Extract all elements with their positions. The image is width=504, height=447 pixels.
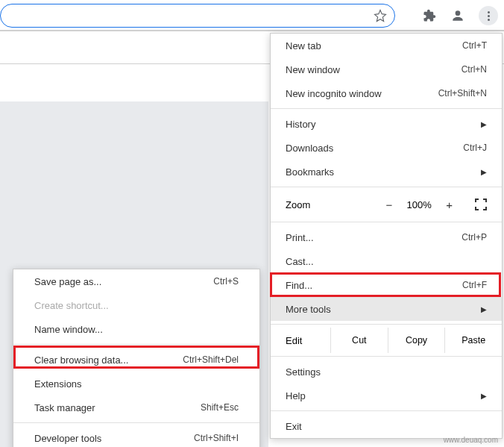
menu-separator — [13, 344, 259, 345]
submenu-shortcut: Shift+Esc — [201, 402, 239, 413]
menu-separator — [271, 108, 502, 109]
submenu-create-shortcut: Create shortcut... — [13, 293, 259, 317]
cut-button[interactable]: Cut — [330, 328, 388, 353]
chevron-right-icon: ▶ — [481, 305, 487, 313]
submenu-clear-browsing-data[interactable]: Clear browsing data... Ctrl+Shift+Del — [13, 348, 259, 372]
submenu-label: Name window... — [34, 324, 239, 335]
menu-label: Print... — [286, 232, 462, 243]
submenu-label: Create shortcut... — [34, 300, 239, 311]
menu-help[interactable]: Help ▶ — [271, 384, 502, 407]
submenu-name-window[interactable]: Name window... — [13, 317, 259, 341]
submenu-label: Extensions — [34, 378, 239, 390]
submenu-label: Clear browsing data... — [34, 354, 183, 366]
menu-cast[interactable]: Cast... — [271, 249, 502, 273]
menu-label: Help — [286, 390, 481, 401]
zoom-percent: 100% — [406, 199, 432, 210]
menu-label: New incognito window — [286, 88, 438, 99]
menu-label: New window — [286, 64, 462, 75]
paste-button[interactable]: Paste — [444, 328, 502, 353]
menu-exit[interactable]: Exit — [271, 414, 502, 438]
submenu-label: Task manager — [34, 402, 201, 413]
menu-label: Settings — [286, 366, 487, 378]
submenu-shortcut: Ctrl+Shift+I — [194, 433, 239, 443]
fullscreen-icon[interactable] — [475, 199, 487, 210]
submenu-save-page[interactable]: Save page as... Ctrl+S — [13, 269, 259, 293]
menu-zoom: Zoom − 100% + — [271, 190, 502, 219]
menu-label: Bookmarks — [286, 166, 481, 178]
chevron-right-icon: ▶ — [481, 392, 487, 400]
submenu-label: Developer tools — [34, 433, 194, 444]
submenu-developer-tools[interactable]: Developer tools Ctrl+Shift+I — [13, 426, 259, 447]
menu-find[interactable]: Find... Ctrl+F — [271, 273, 502, 297]
edit-label: Edit — [286, 335, 330, 346]
menu-downloads[interactable]: Downloads Ctrl+J — [271, 136, 502, 160]
menu-shortcut: Ctrl+J — [463, 143, 487, 153]
watermark: www.deuaq.com — [444, 436, 498, 444]
menu-shortcut: Ctrl+N — [462, 64, 487, 75]
chevron-right-icon: ▶ — [481, 120, 487, 128]
copy-button[interactable]: Copy — [388, 328, 445, 353]
submenu-shortcut: Ctrl+S — [213, 276, 239, 287]
zoom-in-button[interactable]: + — [446, 199, 453, 211]
menu-separator — [271, 187, 502, 187]
menu-label: Exit — [286, 421, 487, 432]
menu-new-incognito[interactable]: New incognito window Ctrl+Shift+N — [271, 81, 502, 105]
menu-separator — [271, 410, 502, 411]
menu-shortcut: Ctrl+Shift+N — [438, 88, 487, 99]
menu-print[interactable]: Print... Ctrl+P — [271, 225, 502, 249]
menu-bookmarks[interactable]: Bookmarks ▶ — [271, 160, 502, 184]
menu-shortcut: Ctrl+F — [462, 280, 487, 290]
menu-shortcut: Ctrl+T — [462, 40, 487, 51]
menu-separator — [271, 222, 502, 222]
submenu-task-manager[interactable]: Task manager Shift+Esc — [13, 396, 259, 419]
submenu-extensions[interactable]: Extensions — [13, 372, 259, 396]
extensions-icon[interactable] — [422, 8, 437, 23]
menu-separator — [13, 422, 259, 423]
menu-shortcut: Ctrl+P — [462, 232, 487, 243]
svg-point-0 — [456, 10, 461, 16]
menu-separator — [271, 324, 502, 325]
menu-label: History — [286, 119, 481, 130]
more-vert-icon[interactable] — [479, 6, 498, 25]
zoom-out-button[interactable]: − — [385, 199, 392, 211]
bookmark-star-icon[interactable] — [374, 9, 387, 22]
chrome-main-menu: New tab Ctrl+T New window Ctrl+N New inc… — [270, 33, 503, 439]
more-tools-submenu: Save page as... Ctrl+S Create shortcut..… — [13, 269, 260, 447]
menu-new-tab[interactable]: New tab Ctrl+T — [271, 34, 502, 57]
profile-icon[interactable] — [450, 8, 465, 23]
menu-label: More tools — [286, 304, 481, 315]
menu-new-window[interactable]: New window Ctrl+N — [271, 57, 502, 81]
menu-edit-row: Edit Cut Copy Paste — [271, 328, 502, 353]
menu-history[interactable]: History ▶ — [271, 112, 502, 136]
menu-label: New tab — [286, 40, 462, 51]
browser-toolbar — [0, 0, 504, 31]
menu-label: Find... — [286, 280, 462, 291]
menu-separator — [271, 356, 502, 357]
menu-label: Downloads — [286, 143, 463, 154]
address-bar[interactable] — [0, 4, 395, 28]
menu-more-tools[interactable]: More tools ▶ — [271, 297, 502, 321]
submenu-label: Save page as... — [34, 276, 213, 287]
submenu-shortcut: Ctrl+Shift+Del — [183, 354, 239, 365]
zoom-label: Zoom — [286, 199, 385, 210]
menu-settings[interactable]: Settings — [271, 360, 502, 384]
chevron-right-icon: ▶ — [481, 168, 487, 176]
menu-label: Cast... — [286, 256, 487, 267]
